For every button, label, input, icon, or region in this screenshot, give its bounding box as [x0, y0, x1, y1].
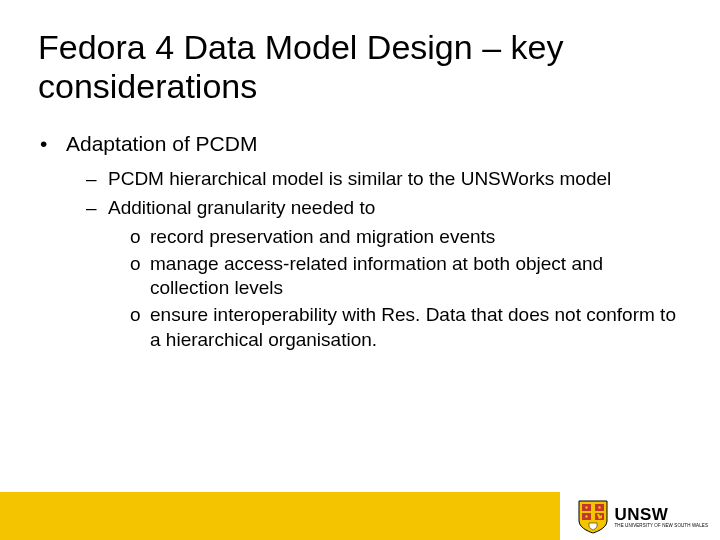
footer-accent-bar — [0, 492, 560, 540]
logo-text: UNSW THE UNIVERSITY OF NEW SOUTH WALES — [614, 506, 708, 529]
list-text: Adaptation of PCDM — [66, 130, 257, 157]
bullet-dash-icon: – — [86, 167, 108, 192]
bullet-circle-icon: o — [130, 252, 150, 301]
svg-point-6 — [586, 515, 588, 517]
list-item: – PCDM hierarchical model is similar to … — [86, 167, 680, 192]
svg-point-4 — [586, 506, 588, 508]
slide-footer: UNSW THE UNIVERSITY OF NEW SOUTH WALES — [0, 492, 720, 540]
bullet-dash-icon: – — [86, 196, 108, 221]
list-text: PCDM hierarchical model is similar to th… — [108, 167, 611, 192]
crest-icon — [578, 500, 608, 534]
list-text: manage access-related information at bot… — [150, 252, 680, 301]
unsw-logo: UNSW THE UNIVERSITY OF NEW SOUTH WALES — [578, 500, 708, 534]
bullet-circle-icon: o — [130, 225, 150, 250]
list-item: • Adaptation of PCDM — [40, 130, 680, 157]
list-item: – Additional granularity needed to — [86, 196, 680, 221]
logo-main-text: UNSW — [614, 506, 708, 523]
list-text: Additional granularity needed to — [108, 196, 375, 221]
list-item: o record preservation and migration even… — [130, 225, 680, 250]
logo-sub-text: THE UNIVERSITY OF NEW SOUTH WALES — [614, 524, 708, 529]
bullet-circle-icon: o — [130, 303, 150, 352]
svg-point-5 — [599, 506, 601, 508]
list-text: ensure interoperability with Res. Data t… — [150, 303, 680, 352]
list-item: o manage access-related information at b… — [130, 252, 680, 301]
slide-title: Fedora 4 Data Model Design – key conside… — [0, 0, 720, 116]
bullet-dot-icon: • — [40, 130, 66, 157]
slide-body: • Adaptation of PCDM – PCDM hierarchical… — [0, 116, 720, 352]
list-text: record preservation and migration events — [150, 225, 495, 250]
list-item: o ensure interoperability with Res. Data… — [130, 303, 680, 352]
